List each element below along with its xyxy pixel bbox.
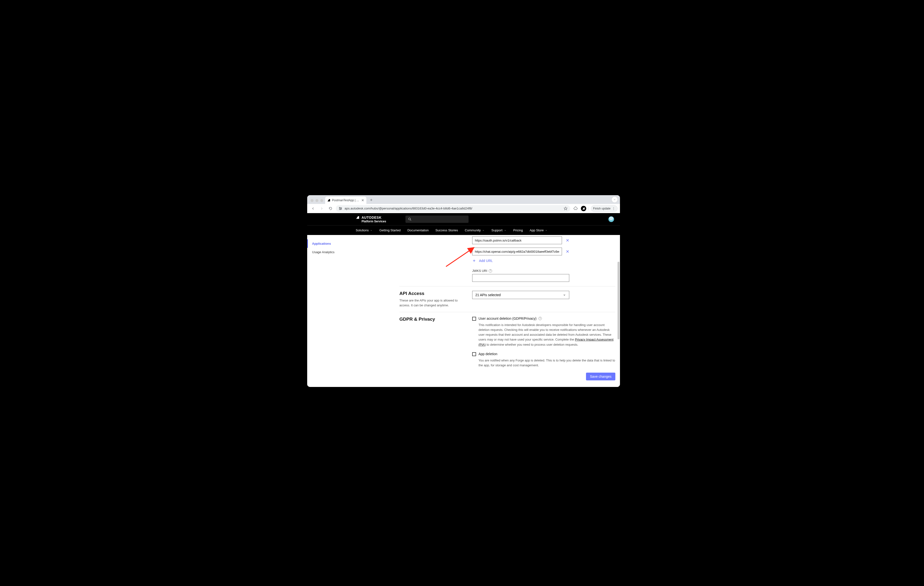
app-deletion-checkbox[interactable] <box>472 352 476 356</box>
extensions-icon[interactable] <box>572 205 579 212</box>
primary-nav: Solutions Getting Started Documentation … <box>307 225 620 235</box>
callback-url-row <box>472 237 615 244</box>
browser-window: PostmanTestApp | Autodesk P ✕ + aps.auto… <box>307 195 620 387</box>
chevron-down-icon <box>545 229 548 232</box>
nav-label: Success Stories <box>435 228 458 232</box>
sidebar: Applications Usage Analytics <box>307 235 348 387</box>
user-deletion-desc: This notification is intended for Autode… <box>478 323 615 347</box>
nav-label: Community <box>465 228 481 232</box>
nav-label: Getting Started <box>379 228 400 232</box>
site-header: AUTODESK Platform Services <box>307 213 620 225</box>
settings-form: Add URL JWKS URI ? <box>399 235 615 387</box>
gdpr-section: GDPR & Privacy User account deletion (GD… <box>399 312 615 385</box>
tab-close-icon[interactable]: ✕ <box>361 199 365 202</box>
jwks-label: JWKS URI ? <box>472 269 615 273</box>
brand-sub: Platform Services <box>361 220 386 223</box>
address-bar[interactable]: aps.autodesk.com/hubs/@personal/applicat… <box>336 205 570 212</box>
browser-tab[interactable]: PostmanTestApp | Autodesk P ✕ <box>325 197 366 204</box>
page-body: Applications Usage Analytics <box>307 235 620 387</box>
autodesk-logo-icon <box>356 215 360 219</box>
svg-point-0 <box>340 207 340 208</box>
plus-icon <box>472 259 476 263</box>
window-min-dot[interactable] <box>315 199 318 202</box>
url-text: aps.autodesk.com/hubs/@personal/applicat… <box>345 207 561 210</box>
svg-point-2 <box>340 209 340 210</box>
chevron-down-icon <box>504 229 507 232</box>
autodesk-favicon-icon <box>327 199 330 202</box>
nav-community[interactable]: Community <box>465 228 485 232</box>
sidebar-item-usage-analytics[interactable]: Usage Analytics <box>307 248 348 257</box>
scrollbar-thumb[interactable] <box>617 262 619 339</box>
gdpr-title: GDPR & Privacy <box>399 316 460 322</box>
help-icon[interactable]: ? <box>538 317 542 320</box>
api-access-desc: These are the APIs your app is allowed t… <box>399 298 460 308</box>
nav-documentation[interactable]: Documentation <box>408 228 429 232</box>
brand-main: AUTODESK <box>361 216 381 219</box>
callback-url-row <box>472 248 615 255</box>
svg-point-3 <box>409 218 411 220</box>
chevron-down-icon <box>482 229 485 232</box>
nav-label: Solutions <box>356 228 369 232</box>
nav-solutions[interactable]: Solutions <box>356 228 373 232</box>
back-button[interactable] <box>310 205 317 212</box>
finish-update-button[interactable]: Finish update ⋮ <box>591 205 617 212</box>
window-close-dot[interactable] <box>310 199 314 202</box>
svg-point-1 <box>341 208 342 209</box>
app-deletion-label: App deletion <box>478 352 497 356</box>
tab-title: PostmanTestApp | Autodesk P <box>332 199 360 202</box>
api-access-selected: 21 APIs selected <box>475 293 501 297</box>
bookmark-star-icon[interactable] <box>563 206 568 211</box>
site-settings-icon[interactable] <box>338 206 343 211</box>
tabs-dropdown-button[interactable] <box>612 197 617 202</box>
save-changes-button[interactable]: Save changes <box>586 372 615 381</box>
window-max-dot[interactable] <box>320 199 323 202</box>
app-deletion-row: App deletion <box>472 352 615 356</box>
search-icon <box>408 217 412 221</box>
user-avatar[interactable] <box>608 216 614 222</box>
remove-url-icon[interactable] <box>565 238 570 243</box>
api-access-select[interactable]: 21 APIs selected <box>472 291 569 299</box>
toolbar-right: | Finish update ⋮ <box>572 205 617 212</box>
app-deletion-desc: You are notified when any Forge app is d… <box>478 358 615 368</box>
sidebar-item-applications[interactable]: Applications <box>307 239 348 248</box>
add-url-button[interactable]: Add URL <box>472 259 615 263</box>
kebab-menu-icon[interactable]: ⋮ <box>612 207 615 210</box>
page-viewport: AUTODESK Platform Services Solutions Get… <box>307 213 620 387</box>
sidebar-item-label: Applications <box>312 242 331 245</box>
finish-update-label: Finish update <box>593 207 610 210</box>
chevron-down-icon <box>563 293 566 296</box>
nav-getting-started[interactable]: Getting Started <box>379 228 400 232</box>
browser-toolbar: aps.autodesk.com/hubs/@personal/applicat… <box>307 204 620 213</box>
callback-url-input-2[interactable] <box>472 248 562 255</box>
nav-label: Documentation <box>408 228 429 232</box>
brand[interactable]: AUTODESK Platform Services <box>356 215 386 223</box>
callback-url-input-1[interactable] <box>472 237 562 244</box>
remove-url-icon[interactable] <box>565 249 570 254</box>
chevron-down-icon <box>370 229 373 232</box>
profile-avatar-icon[interactable] <box>581 206 586 211</box>
nav-support[interactable]: Support <box>492 228 507 232</box>
jwks-input[interactable] <box>472 274 569 282</box>
api-access-section: API Access These are the APIs your app i… <box>399 286 615 312</box>
help-icon[interactable]: ? <box>489 269 492 273</box>
user-deletion-label: User account deletion (GDPR/Privacy) <box>478 316 536 320</box>
tab-strip: PostmanTestApp | Autodesk P ✕ + <box>307 195 620 204</box>
api-access-title: API Access <box>399 291 460 296</box>
desc-text: to determine whether you need to process… <box>487 343 578 346</box>
nav-label: Support <box>492 228 503 232</box>
forward-button[interactable] <box>318 205 325 212</box>
traffic-lights <box>310 199 325 204</box>
reload-button[interactable] <box>327 205 334 212</box>
nav-label: Pricing <box>513 228 523 232</box>
nav-pricing[interactable]: Pricing <box>513 228 523 232</box>
callback-section: Add URL JWKS URI ? <box>399 235 615 286</box>
site-search[interactable] <box>406 215 469 223</box>
new-tab-button[interactable]: + <box>368 197 375 204</box>
sidebar-item-label: Usage Analytics <box>312 250 335 254</box>
nav-label: App Store <box>530 228 544 232</box>
jwks-label-text: JWKS URI <box>472 269 487 273</box>
nav-success-stories[interactable]: Success Stories <box>435 228 458 232</box>
user-deletion-checkbox[interactable] <box>472 317 476 321</box>
add-url-label: Add URL <box>479 259 493 263</box>
nav-app-store[interactable]: App Store <box>530 228 548 232</box>
